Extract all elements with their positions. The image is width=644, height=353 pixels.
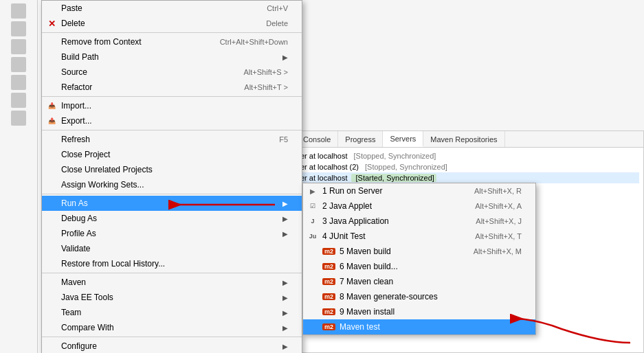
menu-item-source[interactable]: Source Alt+Shift+S > [42,65,302,80]
menu-item-close-unrelated[interactable]: Close Unrelated Projects [42,162,302,177]
server-entry-1: er at localhost [Stopped, Synchronized] [300,150,639,161]
separator-3 [42,130,302,130]
m2-badge-9: m2 [322,308,335,315]
menu-item-run-as[interactable]: Run As ▶ [42,196,302,211]
configure-arrow-icon: ▶ [282,343,288,350]
submenu-run-on-server[interactable]: ▶ 1 Run on Server Alt+Shift+X, R [303,183,535,198]
maven-arrow-icon: ▶ [282,279,288,286]
submenu-junit-test[interactable]: Ju 4 JUnit Test Alt+Shift+X, T [303,229,535,244]
menu-item-compare-with[interactable]: Compare With ▶ [42,320,302,335]
menu-item-delete[interactable]: ✕ Delete Delete [42,16,302,31]
import-icon: 📥 [46,100,57,111]
submenu-java-applet[interactable]: ☑ 2 Java Applet Alt+Shift+X, A [303,198,535,214]
submenu-maven-install[interactable]: m2 9 Maven install [303,304,535,319]
tab-console[interactable]: Console [296,131,338,147]
sidebar-icon-6 [11,93,26,108]
server-entry-3: er at localhost [Started, Synchronized] [300,172,639,183]
menu-item-refactor[interactable]: Refactor Alt+Shift+T > [42,80,302,95]
submenu-maven-test[interactable]: m2 Maven test [303,319,535,334]
junit-icon: Ju [307,231,318,242]
separator-2 [42,96,302,97]
menu-item-import[interactable]: 📥 Import... [42,98,302,113]
submenu-java-application[interactable]: J 3 Java Application Alt+Shift+X, J [303,214,535,229]
sidebar-icon-4 [11,57,26,72]
m2-badge-7: m2 [322,278,335,285]
tab-servers[interactable]: Servers [383,131,423,147]
sidebar-icon-1 [11,3,26,19]
java-ee-arrow-icon: ▶ [282,294,288,301]
menu-item-build-path[interactable]: Build Path ▶ [42,49,302,65]
menu-item-remove-context[interactable]: Remove from Context Ctrl+Alt+Shift+Down [42,34,302,49]
menu-item-validate[interactable]: Validate [42,241,302,256]
sidebar-icon-2 [11,21,26,36]
menu-item-team[interactable]: Team ▶ [42,305,302,320]
menu-item-assign-working-sets[interactable]: Assign Working Sets... [42,177,302,192]
sidebar [0,0,38,353]
m2-badge-6: m2 [322,263,335,270]
separator-6 [42,337,302,337]
menu-item-maven[interactable]: Maven ▶ [42,275,302,290]
profile-as-arrow-icon: ▶ [282,230,288,238]
separator-5 [42,273,302,273]
context-menu[interactable]: Paste Ctrl+V ✕ Delete Delete Remove from… [41,0,302,353]
menu-item-paste[interactable]: Paste Ctrl+V [42,1,302,16]
m2-badge-5: m2 [322,248,335,255]
menu-item-debug-as[interactable]: Debug As ▶ [42,211,302,226]
java-applet-icon: ☑ [307,201,318,212]
debug-as-arrow-icon: ▶ [282,215,288,223]
submenu-maven-clean[interactable]: m2 7 Maven clean [303,274,535,289]
m2-badge-8: m2 [322,293,335,300]
run-server-icon: ▶ [307,185,318,196]
tab-maven-repos[interactable]: Maven Repositories [423,131,504,147]
submenu-maven-build-dots[interactable]: m2 6 Maven build... [303,259,535,274]
menu-item-configure[interactable]: Configure ▶ [42,339,302,353]
tab-progress[interactable]: Progress [338,131,383,147]
team-arrow-icon: ▶ [282,309,288,317]
servers-tabs: Console Progress Servers Maven Repositor… [296,131,643,148]
menu-item-refresh[interactable]: Refresh F5 [42,132,302,147]
arrow-icon: ▶ [282,54,288,61]
submenu-maven-generate[interactable]: m2 8 Maven generate-sources [303,289,535,304]
compare-arrow-icon: ▶ [282,324,288,332]
m2-badge-test: m2 [322,323,335,330]
sidebar-icon-5 [11,75,26,90]
menu-item-close-project[interactable]: Close Project [42,147,302,162]
submenu-run-as[interactable]: ▶ 1 Run on Server Alt+Shift+X, R ☑ 2 Jav… [302,183,536,335]
sidebar-icon-3 [11,39,26,54]
separator-4 [42,194,302,194]
menu-item-restore-history[interactable]: Restore from Local History... [42,256,302,271]
menu-item-export[interactable]: 📤 Export... [42,113,302,128]
server-entry-2: er at localhost (2) [Stopped, Synchroniz… [300,161,639,172]
servers-content: er at localhost [Stopped, Synchronized] … [296,148,643,186]
export-icon: 📤 [46,115,57,126]
sidebar-icon-7 [11,111,26,126]
menu-item-profile-as[interactable]: Profile As ▶ [42,226,302,241]
delete-icon: ✕ [46,18,57,29]
menu-item-java-ee-tools[interactable]: Java EE Tools ▶ [42,290,302,305]
java-app-icon: J [307,216,318,227]
separator-1 [42,32,302,33]
submenu-maven-build[interactable]: m2 5 Maven build Alt+Shift+X, M [303,244,535,259]
run-as-arrow-icon: ▶ [282,200,288,207]
